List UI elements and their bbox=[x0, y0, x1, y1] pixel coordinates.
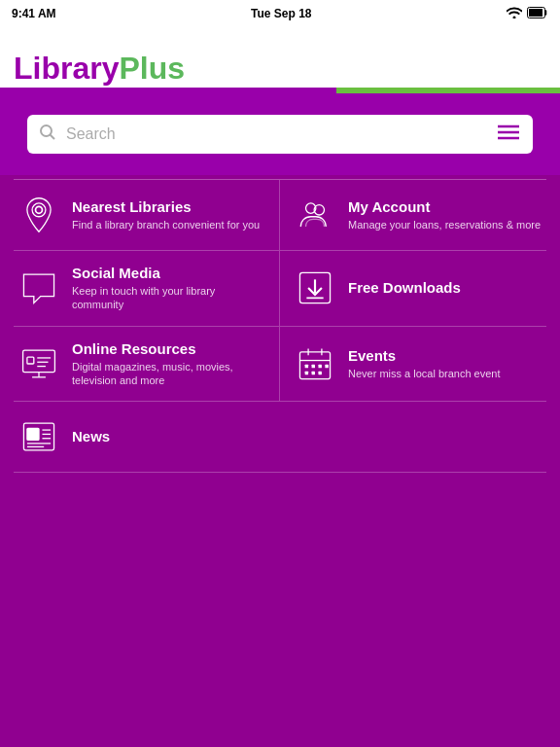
status-day: Tue Sep 18 bbox=[251, 7, 311, 20]
news-title: News bbox=[72, 428, 110, 445]
search-placeholder: Search bbox=[66, 125, 116, 143]
download-icon bbox=[294, 267, 336, 309]
newspaper-icon bbox=[18, 415, 60, 458]
menu-item-my-account[interactable]: My Account Manage your loans, reservatio… bbox=[280, 180, 546, 251]
menu-grid: Nearest Libraries Find a library branch … bbox=[14, 180, 546, 473]
svg-line-3 bbox=[51, 135, 55, 140]
logo-library: Library bbox=[14, 51, 119, 86]
search-bar[interactable]: Search bbox=[27, 115, 533, 154]
svg-rect-17 bbox=[27, 357, 34, 364]
social-media-title: Social Media bbox=[72, 265, 269, 282]
monitor-icon bbox=[18, 342, 60, 385]
free-downloads-title: Free Downloads bbox=[348, 279, 461, 297]
svg-rect-26 bbox=[312, 365, 315, 368]
menu-item-social-media[interactable]: Social Media Keep in touch with your lib… bbox=[14, 251, 280, 327]
wifi-icon bbox=[507, 7, 522, 21]
account-icon bbox=[294, 194, 336, 236]
status-time: 9:41 AM bbox=[12, 7, 56, 20]
svg-rect-28 bbox=[325, 365, 328, 368]
menu-item-free-downloads[interactable]: Free Downloads bbox=[280, 251, 546, 327]
chat-icon bbox=[18, 267, 60, 309]
main-content: Nearest Libraries Find a library branch … bbox=[0, 175, 560, 477]
social-media-subtitle: Keep in touch with your library communit… bbox=[72, 284, 269, 312]
logo[interactable]: LibraryPlus bbox=[0, 53, 198, 84]
events-title: Events bbox=[348, 347, 501, 365]
events-subtitle: Never miss a local branch event bbox=[348, 367, 501, 380]
svg-rect-27 bbox=[318, 365, 321, 368]
svg-rect-31 bbox=[318, 372, 321, 374]
svg-point-7 bbox=[32, 203, 46, 217]
menu-item-events[interactable]: Events Never miss a local branch event bbox=[280, 327, 546, 403]
svg-point-8 bbox=[36, 206, 43, 213]
my-account-subtitle: Manage your loans, reservations & more bbox=[348, 218, 541, 231]
status-bar: 9:41 AM Tue Sep 18 bbox=[0, 0, 560, 27]
online-resources-subtitle: Digital magazines, music, movies, televi… bbox=[72, 360, 269, 388]
menu-item-online-resources[interactable]: Online Resources Digital magazines, musi… bbox=[14, 327, 280, 403]
battery-icon bbox=[527, 7, 548, 21]
svg-point-2 bbox=[41, 125, 52, 136]
location-icon bbox=[18, 194, 60, 236]
nearest-libraries-title: Nearest Libraries bbox=[72, 198, 260, 216]
svg-rect-1 bbox=[529, 9, 542, 17]
calendar-icon bbox=[294, 342, 336, 385]
svg-rect-25 bbox=[305, 365, 308, 368]
svg-rect-30 bbox=[312, 372, 315, 374]
nearest-libraries-subtitle: Find a library branch convenient for you bbox=[72, 218, 260, 231]
search-icon bbox=[39, 124, 56, 145]
app-header: LibraryPlus bbox=[0, 27, 560, 88]
svg-rect-33 bbox=[27, 429, 39, 441]
svg-rect-29 bbox=[305, 372, 308, 374]
my-account-title: My Account bbox=[348, 198, 541, 216]
menu-item-news[interactable]: News bbox=[14, 402, 546, 473]
menu-item-nearest-libraries[interactable]: Nearest Libraries Find a library branch … bbox=[14, 180, 280, 251]
logo-plus: Plus bbox=[119, 51, 185, 86]
online-resources-title: Online Resources bbox=[72, 340, 269, 358]
hamburger-button[interactable] bbox=[498, 124, 519, 144]
